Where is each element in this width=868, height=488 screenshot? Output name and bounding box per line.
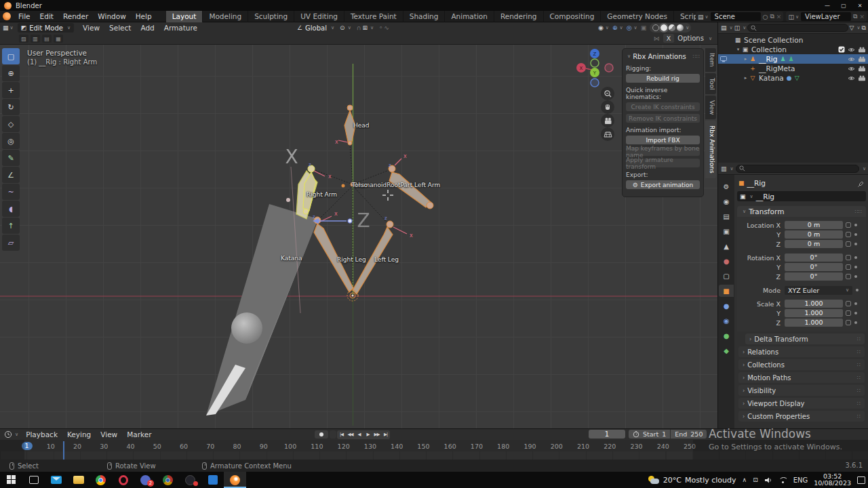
mail-app-icon[interactable] bbox=[45, 472, 67, 488]
chrome-profile-icon[interactable] bbox=[157, 472, 179, 488]
frame-tick-120[interactable]: 120 bbox=[338, 443, 350, 450]
properties-tab-scene[interactable]: ▲ bbox=[719, 240, 734, 252]
frame-tick-190[interactable]: 190 bbox=[524, 443, 536, 450]
workspace-tab-sculpting[interactable]: Sculpting bbox=[248, 11, 294, 22]
menu-help[interactable]: Help bbox=[131, 11, 157, 22]
value-field[interactable]: 1.000 bbox=[785, 300, 843, 308]
action-center-icon[interactable] bbox=[857, 476, 865, 484]
export-animation-button[interactable]: ⚙Export animation bbox=[626, 180, 700, 189]
header-mini-icon[interactable]: ▤ bbox=[42, 35, 52, 43]
menu-render[interactable]: Render bbox=[58, 11, 93, 22]
jump-to-end-button[interactable]: ▶| bbox=[381, 430, 390, 439]
frame-tick-240[interactable]: 240 bbox=[657, 443, 669, 450]
workspace-tab-compositing[interactable]: Compositing bbox=[544, 11, 601, 22]
keyframe-dot-icon[interactable] bbox=[854, 312, 857, 314]
viewlayer-name-field[interactable]: ViewLayer bbox=[801, 12, 851, 21]
outliner-item-katana[interactable]: ▸▽Katana●▽ bbox=[718, 73, 868, 83]
menu-window[interactable]: Window bbox=[93, 11, 130, 22]
outliner-item-rigmeta[interactable]: +__RigMeta bbox=[718, 64, 868, 73]
obs-icon[interactable] bbox=[179, 472, 201, 488]
frame-tick-90[interactable]: 90 bbox=[260, 443, 268, 450]
workspace-tab-modeling[interactable]: Modeling bbox=[203, 11, 248, 22]
keyframe-dot-icon[interactable] bbox=[854, 243, 857, 245]
display-mode-icon[interactable]: ▤ bbox=[721, 24, 727, 31]
viewport-menu-armature[interactable]: Armature bbox=[159, 22, 202, 34]
blender-taskbar-icon[interactable] bbox=[224, 472, 246, 488]
npanel-tab-item[interactable]: Item bbox=[705, 48, 716, 72]
value-field[interactable]: 0 m bbox=[785, 221, 843, 229]
camera-icon[interactable] bbox=[858, 66, 866, 72]
previous-keyframe-button[interactable]: ◀◀ bbox=[346, 430, 355, 439]
viewport-menu-view[interactable]: View bbox=[78, 22, 104, 34]
mode-dropdown[interactable]: XYZ Euler∨ bbox=[785, 286, 852, 295]
options-dropdown[interactable]: Options bbox=[677, 35, 704, 42]
mirror-x-toggle[interactable]: X bbox=[663, 34, 675, 43]
frame-tick-30[interactable]: 30 bbox=[100, 443, 108, 450]
pin-icon[interactable] bbox=[857, 180, 865, 187]
camera-icon[interactable] bbox=[858, 56, 866, 62]
eye-icon[interactable] bbox=[848, 75, 855, 81]
frame-tick-210[interactable]: 210 bbox=[577, 443, 589, 450]
gizmo-x-negative[interactable] bbox=[605, 64, 613, 72]
keyframe-dot-icon[interactable] bbox=[854, 321, 857, 324]
maximize-button[interactable]: ▢ bbox=[835, 0, 852, 11]
properties-tab-world[interactable]: ● bbox=[719, 255, 734, 267]
viewport-menu-select[interactable]: Select bbox=[104, 22, 136, 34]
keyframe-dot-icon[interactable] bbox=[854, 224, 857, 226]
scene-icon[interactable]: ▤ bbox=[698, 14, 704, 20]
katana-mesh[interactable] bbox=[206, 204, 318, 415]
frame-tick-170[interactable]: 170 bbox=[471, 443, 483, 450]
xray-toggle-icon[interactable]: ▣ bbox=[641, 24, 647, 31]
tray-expand-icon[interactable]: ∧ bbox=[743, 476, 747, 483]
torso-root-bone[interactable] bbox=[342, 182, 355, 188]
properties-tab-constraints[interactable]: ● bbox=[719, 300, 734, 312]
properties-tab-collection[interactable]: ▢ bbox=[719, 270, 734, 282]
next-keyframe-button[interactable]: ▶▶ bbox=[372, 430, 381, 439]
properties-tab-object[interactable]: ■ bbox=[719, 285, 734, 297]
timeline-menu-keying[interactable]: Keying bbox=[62, 429, 96, 441]
keyframe-dot-icon[interactable] bbox=[856, 289, 859, 291]
frame-tick-80[interactable]: 80 bbox=[233, 443, 241, 450]
viewport-menu-add[interactable]: Add bbox=[136, 22, 159, 34]
properties-tab-data[interactable]: ◆ bbox=[719, 344, 734, 357]
value-field[interactable]: 0 m bbox=[785, 240, 843, 248]
navigation-gizmo[interactable]: Z X Y bbox=[576, 49, 613, 87]
overlays-icon[interactable]: ◎ bbox=[627, 24, 632, 31]
lock-icon[interactable] bbox=[846, 264, 851, 270]
new-collection-icon[interactable]: ⧉ bbox=[862, 24, 866, 32]
keyframe-dot-icon[interactable] bbox=[854, 233, 857, 236]
timeline-menu-marker[interactable]: Marker bbox=[122, 429, 156, 441]
properties-search-input[interactable] bbox=[736, 165, 859, 173]
auto-keying-button[interactable] bbox=[315, 430, 328, 439]
frame-tick-10[interactable]: 10 bbox=[47, 443, 55, 450]
menu-file[interactable]: File bbox=[14, 11, 35, 22]
properties-tab-output[interactable]: ▤ bbox=[719, 210, 734, 222]
tool-transform[interactable]: ◎ bbox=[2, 133, 20, 149]
keyframe-dot-icon[interactable] bbox=[854, 256, 857, 259]
outliner-item-collection[interactable]: ▾▣Collection bbox=[718, 45, 868, 54]
orientation-label[interactable]: Global bbox=[305, 24, 327, 32]
transform-panel-header[interactable]: ∨ Transform ∷∷ bbox=[737, 206, 866, 217]
z-move-gizmo-arrow[interactable]: z bbox=[313, 214, 352, 224]
file-explorer-icon[interactable] bbox=[67, 472, 90, 488]
zoom-button[interactable] bbox=[601, 87, 614, 100]
properties-tab-render[interactable]: ◉ bbox=[719, 195, 734, 207]
panel-custom-properties[interactable]: ›Custom Properties∷ bbox=[738, 411, 865, 422]
tool-rotate[interactable]: ↻ bbox=[2, 99, 20, 115]
tool-bone-roll[interactable]: ~ bbox=[2, 184, 20, 200]
pan-hand-button[interactable] bbox=[601, 100, 614, 114]
frame-tick-140[interactable]: 140 bbox=[391, 443, 403, 450]
breadcrumb-object-name[interactable]: __Rig bbox=[747, 179, 766, 187]
tool-cursor[interactable]: ⊕ bbox=[2, 65, 20, 81]
eye-icon[interactable] bbox=[848, 56, 855, 62]
properties-filter-icon[interactable]: ▥ bbox=[721, 165, 727, 172]
expand-arrow-icon[interactable]: ▸ bbox=[743, 56, 749, 62]
npanel-tab-tool[interactable]: Tool bbox=[705, 73, 716, 94]
pin-scene-icon[interactable]: ○ bbox=[763, 14, 768, 20]
weather-widget[interactable]: 20°C Mostly cloudy bbox=[648, 476, 736, 485]
outliner-item-scene-collection[interactable]: ▦Scene Collection bbox=[718, 35, 868, 45]
left-arm-bone[interactable]: x z bbox=[389, 153, 433, 209]
import-fbx-button[interactable]: Import FBX bbox=[626, 136, 700, 144]
frame-tick-230[interactable]: 230 bbox=[630, 443, 642, 450]
workspace-tab-uv-editing[interactable]: UV Editing bbox=[294, 11, 344, 22]
